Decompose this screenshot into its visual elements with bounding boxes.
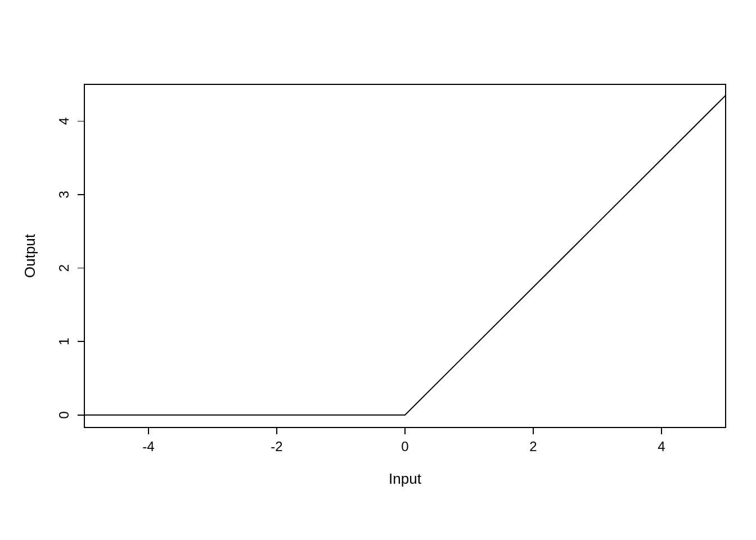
x-tick-label: 0 [401, 439, 408, 454]
y-tick-label: 0 [56, 411, 71, 418]
y-tick-label: 3 [56, 191, 71, 198]
chart-svg: -4-202401234InputOutput [0, 0, 756, 540]
x-tick-label: 4 [658, 439, 665, 454]
y-tick-label: 2 [56, 264, 71, 272]
data-line [84, 96, 726, 415]
y-axis-title: Output [21, 233, 38, 278]
x-tick-label: 2 [529, 439, 537, 454]
y-tick-label: 1 [56, 338, 71, 345]
x-tick-label: -4 [142, 439, 154, 454]
x-axis-title: Input [389, 470, 422, 487]
chart-container: -4-202401234InputOutput [0, 0, 756, 540]
x-tick-label: -2 [271, 439, 282, 454]
plot-border [84, 84, 726, 428]
y-tick-label: 4 [56, 118, 71, 125]
